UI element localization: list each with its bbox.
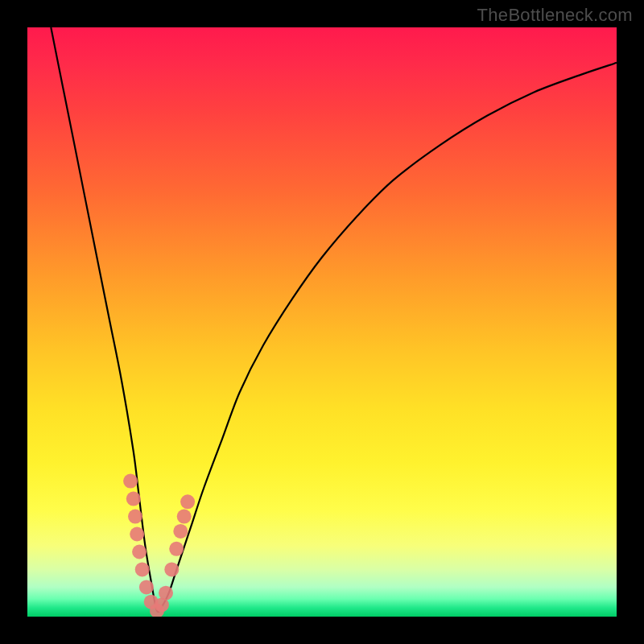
marker-dot bbox=[173, 524, 188, 539]
bottleneck-curve-svg bbox=[27, 27, 617, 617]
marker-dot bbox=[177, 510, 192, 524]
marker-dot bbox=[135, 562, 150, 576]
marker-dot bbox=[139, 580, 154, 594]
marker-dot bbox=[126, 492, 141, 506]
outer-frame: TheBottleneck.com bbox=[0, 0, 644, 644]
bottleneck-curve-path bbox=[51, 27, 617, 612]
marker-dot bbox=[128, 510, 142, 524]
plot-area bbox=[27, 27, 617, 617]
watermark-text: TheBottleneck.com bbox=[477, 5, 633, 26]
marker-dot bbox=[123, 474, 138, 489]
marker-dot bbox=[164, 562, 179, 576]
marker-dot bbox=[130, 527, 144, 542]
marker-dot bbox=[132, 545, 147, 559]
marker-dot bbox=[169, 542, 184, 556]
marker-dot bbox=[159, 586, 173, 601]
marker-dot bbox=[180, 494, 195, 509]
